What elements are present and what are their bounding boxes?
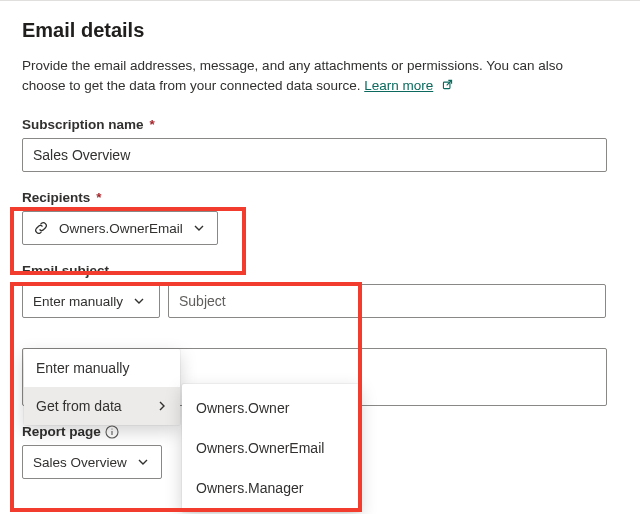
subject-mode-menu: Enter manually Get from data [24,349,180,425]
email-subject-input[interactable]: Subject [168,284,606,318]
subscription-name-label: Subscription name * [22,117,618,132]
submenu-item-label: Owners.Manager [196,480,303,496]
page-description-text: Provide the email addresses, message, an… [22,58,563,93]
email-subject-mode-dropdown[interactable]: Enter manually [22,284,160,318]
recipients-chip-value: Owners.OwnerEmail [59,221,183,236]
email-subject-label-text: Email subject [22,263,109,278]
email-subject-label: Email subject [22,263,618,278]
submenu-item-owners-owner[interactable]: Owners.Owner [182,388,360,428]
submenu-item-owners-owneremail[interactable]: Owners.OwnerEmail [182,428,360,468]
subscription-name-value: Sales Overview [33,147,130,163]
subscription-name-label-text: Subscription name [22,117,144,132]
chevron-down-icon [193,222,205,234]
subscription-name-input[interactable]: Sales Overview [22,138,607,172]
submenu-item-label: Owners.Owner [196,400,289,416]
recipients-chip[interactable]: Owners.OwnerEmail [22,211,218,245]
report-page-dropdown[interactable]: Sales Overview [22,445,162,479]
menu-item-get-from-data[interactable]: Get from data [24,387,180,425]
svg-point-3 [111,428,112,429]
info-icon[interactable] [105,425,119,439]
page-description: Provide the email addresses, message, an… [22,56,582,95]
submenu-item-label: Owners.OwnerEmail [196,440,324,456]
email-subject-field: Email subject Enter manually Subject [22,263,618,318]
external-link-icon [441,77,454,90]
page-title: Email details [22,19,618,42]
link-icon [33,220,49,236]
menu-item-enter-manually[interactable]: Enter manually [24,349,180,387]
subscription-name-field: Subscription name * Sales Overview [22,117,618,172]
chevron-right-icon [156,400,168,412]
chevron-down-icon [137,456,149,468]
report-page-value: Sales Overview [33,455,127,470]
recipients-label-text: Recipients [22,190,90,205]
recipients-field: Recipients * Owners.OwnerEmail [22,190,618,245]
email-subject-mode-value: Enter manually [33,294,123,309]
submenu-item-owners-manager[interactable]: Owners.Manager [182,468,360,508]
required-asterisk: * [150,117,155,132]
menu-item-label: Get from data [36,398,122,414]
menu-item-label: Enter manually [36,360,129,376]
learn-more-link[interactable]: Learn more [364,78,433,93]
recipients-label: Recipients * [22,190,618,205]
report-page-label-text: Report page [22,424,101,439]
chevron-down-icon [133,295,145,307]
required-asterisk: * [96,190,101,205]
email-subject-placeholder: Subject [179,293,226,309]
data-field-submenu: Owners.Owner Owners.OwnerEmail Owners.Ma… [182,384,360,512]
